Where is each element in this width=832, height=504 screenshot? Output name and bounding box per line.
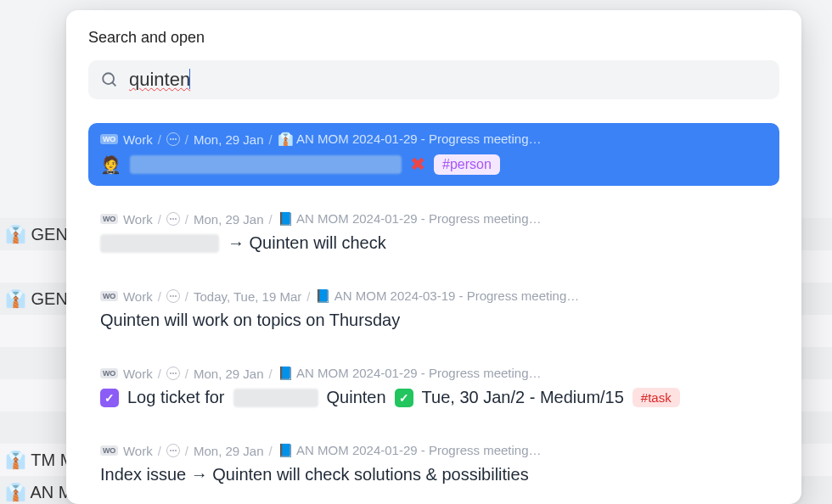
person-emoji-icon: 🤵 bbox=[100, 154, 121, 175]
result-title: ✓ Log ticket for Quinten ✓ Tue, 30 Jan/2… bbox=[100, 388, 767, 407]
modal-title: Search and open bbox=[88, 29, 779, 47]
red-x-icon: ✖ bbox=[410, 154, 425, 176]
dots-icon bbox=[166, 444, 180, 457]
search-field-wrap[interactable]: quinten bbox=[88, 60, 779, 99]
checkbox-icon: ✓ bbox=[100, 389, 119, 407]
result-item[interactable]: WO Work / / Today, Tue, 19 Mar / 📘 AN MO… bbox=[88, 280, 779, 340]
result-item[interactable]: WO Work / / Mon, 29 Jan / 📘 AN MOM 2024-… bbox=[88, 203, 779, 263]
task-tag: #task bbox=[632, 388, 680, 407]
svg-line-1 bbox=[112, 82, 115, 86]
search-icon bbox=[100, 70, 119, 89]
search-results: WO Work / / Mon, 29 Jan / 👔 AN MOM 2024-… bbox=[88, 123, 779, 495]
result-title: Quinten will work on topics on Thursday bbox=[100, 311, 767, 330]
checkbox-icon: ✓ bbox=[395, 389, 413, 407]
result-title: 🤵 ✖ #person bbox=[100, 154, 767, 176]
result-item[interactable]: WO Work / / Mon, 29 Jan / 📘 AN MOM 2024-… bbox=[88, 434, 779, 495]
result-title: Index issue → Quinten will check solutio… bbox=[100, 465, 767, 484]
workspace-badge: WO bbox=[100, 134, 118, 144]
dots-icon bbox=[166, 367, 180, 380]
dots-icon bbox=[166, 132, 180, 146]
search-input[interactable]: quinten bbox=[129, 69, 767, 91]
person-tag: #person bbox=[434, 154, 500, 175]
result-title: → Quinten will check bbox=[100, 233, 767, 253]
breadcrumb: WO Work / / Today, Tue, 19 Mar / 📘 AN MO… bbox=[100, 288, 767, 304]
result-item[interactable]: WO Work / / Mon, 29 Jan / 👔 AN MOM 2024-… bbox=[88, 123, 779, 186]
breadcrumb: WO Work / / Mon, 29 Jan / 👔 AN MOM 2024-… bbox=[100, 132, 767, 147]
result-item[interactable]: WO Work / / Mon, 29 Jan / 📘 AN MOM 2024-… bbox=[88, 357, 779, 417]
breadcrumb: WO Work / / Mon, 29 Jan / 📘 AN MOM 2024-… bbox=[100, 211, 767, 227]
dots-icon bbox=[166, 212, 180, 226]
dots-icon bbox=[166, 289, 180, 303]
svg-point-0 bbox=[103, 73, 114, 84]
search-modal: Search and open quinten WO Work / / Mon,… bbox=[66, 10, 801, 504]
breadcrumb: WO Work / / Mon, 29 Jan / 📘 AN MOM 2024-… bbox=[100, 443, 767, 458]
breadcrumb: WO Work / / Mon, 29 Jan / 📘 AN MOM 2024-… bbox=[100, 366, 767, 381]
